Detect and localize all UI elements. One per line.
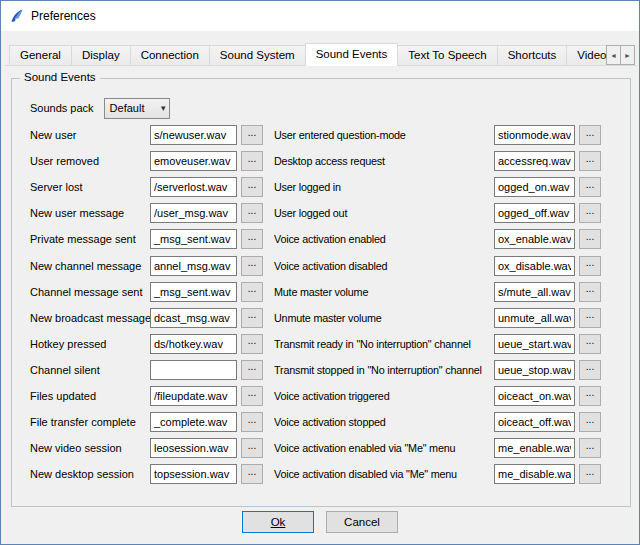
sound-event-label: User removed <box>30 155 150 167</box>
browse-button[interactable]: ... <box>579 125 601 145</box>
tab-sound-system[interactable]: Sound System <box>209 45 306 66</box>
tab-general[interactable]: General <box>9 45 72 66</box>
sound-file-input[interactable] <box>150 203 237 223</box>
browse-button[interactable]: ... <box>579 203 601 223</box>
browse-button[interactable]: ... <box>241 412 263 432</box>
sound-file-input[interactable] <box>494 256 575 276</box>
sound-file-input[interactable] <box>494 177 575 197</box>
sound-event-label: New user message <box>30 207 150 219</box>
browse-button[interactable]: ... <box>241 151 263 171</box>
sound-event-row: File transfer complete...Voice activatio… <box>30 409 622 435</box>
sound-event-label: Voice activation disabled <box>274 260 494 272</box>
cancel-button-label: Cancel <box>344 516 380 528</box>
sound-event-label: User logged in <box>274 181 494 193</box>
preferences-dialog: Preferences GeneralDisplayConnectionSoun… <box>0 0 640 545</box>
sound-event-label: New desktop session <box>30 468 150 480</box>
sound-event-row: New video session...Voice activation ena… <box>30 435 622 461</box>
sound-event-row: New user message...User logged out... <box>30 200 622 226</box>
sound-event-row: User removed...Desktop access request... <box>30 148 622 174</box>
sound-file-input[interactable] <box>494 334 575 354</box>
sound-event-label: New channel message <box>30 260 150 272</box>
sound-file-input[interactable] <box>150 151 237 171</box>
browse-button[interactable]: ... <box>579 151 601 171</box>
sound-file-input[interactable] <box>494 203 575 223</box>
sound-file-input[interactable] <box>150 308 237 328</box>
browse-button[interactable]: ... <box>579 334 601 354</box>
sound-file-input[interactable] <box>494 282 575 302</box>
browse-button[interactable]: ... <box>241 203 263 223</box>
browse-button[interactable]: ... <box>241 464 263 484</box>
sound-event-label: Files updated <box>30 390 150 402</box>
sound-file-input[interactable] <box>150 412 237 432</box>
browse-button[interactable]: ... <box>241 229 263 249</box>
tab-scroll-right-button[interactable]: ► <box>620 45 635 65</box>
sound-event-label: Voice activation enabled via "Me" menu <box>274 442 494 454</box>
tab-display[interactable]: Display <box>71 45 131 66</box>
browse-button[interactable]: ... <box>241 256 263 276</box>
browse-button[interactable]: ... <box>579 229 601 249</box>
sound-event-row: New desktop session...Voice activation d… <box>30 461 622 487</box>
browse-button[interactable]: ... <box>579 256 601 276</box>
browse-button[interactable]: ... <box>579 464 601 484</box>
tab-scroll-left-button[interactable]: ◄ <box>606 45 621 65</box>
tab-shortcuts[interactable]: Shortcuts <box>497 45 568 66</box>
sound-event-label: Hotkey pressed <box>30 338 150 350</box>
ok-button-label: Ok <box>271 516 286 528</box>
sound-events-group: Sound Events Sounds pack Default ▾ New u… <box>11 78 631 507</box>
sound-file-input[interactable] <box>150 256 237 276</box>
ok-button[interactable]: Ok <box>242 511 314 533</box>
browse-button[interactable]: ... <box>241 125 263 145</box>
sounds-pack-select[interactable]: Default ▾ <box>104 98 170 119</box>
sound-file-input[interactable] <box>494 386 575 406</box>
sound-file-input[interactable] <box>150 386 237 406</box>
sound-event-label: Transmit ready in "No interruption" chan… <box>274 338 494 350</box>
browse-button[interactable]: ... <box>579 360 601 380</box>
browse-button[interactable]: ... <box>241 438 263 458</box>
sound-event-label: File transfer complete <box>30 416 150 428</box>
sound-file-input[interactable] <box>494 151 575 171</box>
cancel-button[interactable]: Cancel <box>326 511 398 533</box>
sound-file-input[interactable] <box>150 334 237 354</box>
app-icon <box>9 8 25 24</box>
sound-file-input[interactable] <box>494 308 575 328</box>
tab-connection[interactable]: Connection <box>130 45 210 66</box>
sound-file-input[interactable] <box>494 125 575 145</box>
tab-text-to-speech[interactable]: Text To Speech <box>397 45 497 66</box>
browse-button[interactable]: ... <box>579 412 601 432</box>
browse-button[interactable]: ... <box>241 177 263 197</box>
browse-button[interactable]: ... <box>241 386 263 406</box>
sound-file-input[interactable] <box>150 438 237 458</box>
browse-button[interactable]: ... <box>241 308 263 328</box>
sound-file-input[interactable] <box>150 360 237 380</box>
chevron-down-icon: ▾ <box>161 103 166 113</box>
sound-file-input[interactable] <box>150 125 237 145</box>
arrow-left-icon: ◄ <box>610 52 617 59</box>
browse-button[interactable]: ... <box>241 334 263 354</box>
sound-file-input[interactable] <box>494 229 575 249</box>
browse-button[interactable]: ... <box>241 282 263 302</box>
browse-button[interactable]: ... <box>579 282 601 302</box>
sound-file-input[interactable] <box>150 229 237 249</box>
tab-bar: GeneralDisplayConnectionSound SystemSoun… <box>9 43 617 66</box>
sound-file-input[interactable] <box>494 464 575 484</box>
sound-event-row: New channel message...Voice activation d… <box>30 252 622 278</box>
browse-button[interactable]: ... <box>579 308 601 328</box>
browse-button[interactable]: ... <box>579 386 601 406</box>
sound-file-input[interactable] <box>494 412 575 432</box>
sound-file-input[interactable] <box>494 360 575 380</box>
sound-event-label: Unmute master volume <box>274 312 494 324</box>
browse-button[interactable]: ... <box>579 438 601 458</box>
sound-event-label: New broadcast message <box>30 312 150 324</box>
tab-sound-events[interactable]: Sound Events <box>305 43 399 66</box>
sound-file-input[interactable] <box>150 464 237 484</box>
sound-event-rows: New user...User entered question-mode...… <box>30 122 622 487</box>
browse-button[interactable]: ... <box>579 177 601 197</box>
sound-file-input[interactable] <box>150 177 237 197</box>
sound-event-label: User entered question-mode <box>274 129 494 141</box>
browse-button[interactable]: ... <box>241 360 263 380</box>
sound-event-label: Voice activation disabled via "Me" menu <box>274 468 494 480</box>
sound-event-label: Voice activation triggered <box>274 390 494 402</box>
window-title: Preferences <box>31 9 96 23</box>
sound-file-input[interactable] <box>494 438 575 458</box>
sound-file-input[interactable] <box>150 282 237 302</box>
